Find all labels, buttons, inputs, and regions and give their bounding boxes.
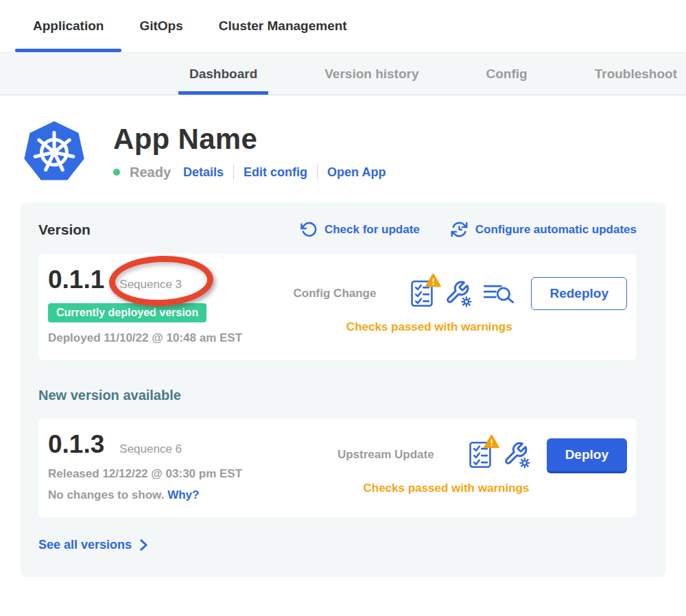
redeploy-button[interactable]: Redeploy [531, 277, 627, 310]
warning-triangle-icon [484, 434, 499, 449]
kubernetes-logo-icon [23, 120, 86, 183]
wrench-gear-icon [445, 280, 472, 307]
divider [317, 164, 318, 180]
sub-tab-config[interactable]: Config [475, 53, 539, 95]
status-dot-icon [113, 169, 120, 176]
new-version-heading: New version available [38, 388, 637, 403]
top-tab-label: GitOps [139, 19, 182, 34]
app-title: App Name [113, 123, 386, 156]
available-version-number: 0.1.3 [48, 431, 104, 459]
config-wrench-icon[interactable] [445, 280, 472, 307]
available-checks-status: Checks passed with warnings [338, 482, 627, 495]
top-tab-label: Cluster Management [219, 19, 347, 34]
open-app-link[interactable]: Open App [327, 165, 386, 180]
why-link[interactable]: Why? [167, 488, 199, 501]
see-all-versions-label: See all versions [38, 538, 132, 552]
available-sequence-label: Sequence 6 [119, 442, 182, 456]
available-version-card: 0.1.3 Sequence 6 Released 12/12/22 @ 03:… [38, 418, 637, 518]
config-wrench-icon[interactable] [503, 441, 530, 469]
refresh-icon [300, 221, 318, 238]
page: Application GitOps Cluster Management Da… [0, 0, 686, 616]
preflight-checks-icon[interactable] [469, 441, 492, 469]
deployed-timestamp: Deployed 11/10/22 @ 10:48 am EST [48, 331, 242, 345]
current-version-card: 0.1.1 Sequence 3 Currently deployed vers… [38, 254, 637, 360]
top-tab-label: Application [33, 19, 104, 34]
sub-nav: Dashboard Version history Config Trouble… [0, 53, 686, 95]
sub-tab-version-history[interactable]: Version history [314, 53, 429, 95]
check-for-update-label: Check for update [324, 223, 420, 237]
status-text: Ready [130, 165, 171, 180]
available-version-info: 0.1.3 Sequence 6 Released 12/12/22 @ 03:… [48, 431, 242, 503]
version-panel-header: Version Check for update [38, 220, 637, 239]
configure-automatic-updates-link[interactable]: Configure automatic updates [450, 220, 637, 239]
sub-tab-label: Config [486, 67, 528, 82]
details-link[interactable]: Details [183, 165, 224, 180]
available-version-actions: Upstream Update [338, 438, 627, 495]
top-tab-gitops[interactable]: GitOps [121, 0, 200, 52]
schedule-refresh-icon [450, 220, 469, 239]
current-version-actions-row: Config Change [294, 277, 627, 310]
sub-tab-label: Troubleshoot [595, 67, 677, 82]
current-sequence-label: Sequence 3 [119, 278, 182, 292]
app-status-row: Ready Details Edit config Open App [113, 164, 386, 180]
version-panel: Version Check for update [21, 202, 665, 577]
sub-tab-dashboard[interactable]: Dashboard [178, 53, 268, 95]
version-panel-actions: Check for update Configure automatic upd… [300, 220, 637, 239]
top-tab-application[interactable]: Application [15, 0, 121, 52]
see-all-versions-link[interactable]: See all versions [38, 538, 637, 552]
app-header-text: App Name Ready Details Edit config Open … [113, 120, 386, 180]
released-timestamp: Released 12/12/22 @ 03:30 pm EST [48, 467, 242, 481]
current-version-number: 0.1.1 [48, 266, 104, 294]
deploy-button[interactable]: Deploy [547, 438, 627, 471]
check-for-update-link[interactable]: Check for update [300, 221, 420, 238]
available-version-row: 0.1.3 Sequence 6 [48, 431, 242, 459]
current-version-row: 0.1.1 Sequence 3 [48, 266, 242, 294]
sub-tab-label: Dashboard [189, 67, 257, 82]
view-files-icon[interactable] [483, 281, 514, 306]
currently-deployed-badge: Currently deployed version [48, 303, 206, 322]
top-nav: Application GitOps Cluster Management [0, 0, 686, 53]
current-checks-status: Checks passed with warnings [294, 320, 627, 334]
version-heading: Version [38, 222, 91, 238]
current-source-label: Config Change [294, 287, 377, 300]
sub-tab-troubleshoot[interactable]: Troubleshoot [584, 53, 686, 95]
available-version-icons [469, 441, 530, 469]
sub-tab-label: Version history [324, 67, 418, 82]
no-changes-label: No changes to show. [48, 488, 164, 501]
preflight-checks-icon[interactable] [410, 280, 434, 307]
edit-config-link[interactable]: Edit config [244, 165, 307, 180]
warning-triangle-icon [425, 273, 441, 287]
no-changes-text: No changes to show. Why? [48, 488, 242, 502]
available-source-label: Upstream Update [338, 448, 434, 462]
chevron-right-icon [139, 539, 149, 551]
top-tab-cluster-management[interactable]: Cluster Management [201, 0, 365, 52]
current-version-info: 0.1.1 Sequence 3 Currently deployed vers… [48, 266, 242, 345]
lines-magnifier-icon [483, 281, 514, 306]
app-header: App Name Ready Details Edit config Open … [23, 120, 686, 183]
available-version-actions-row: Upstream Update [338, 438, 627, 471]
configure-automatic-updates-label: Configure automatic updates [475, 223, 637, 237]
divider [233, 164, 234, 180]
current-version-icons [410, 280, 514, 307]
wrench-gear-icon [503, 441, 530, 469]
current-version-actions: Config Change [294, 277, 627, 334]
